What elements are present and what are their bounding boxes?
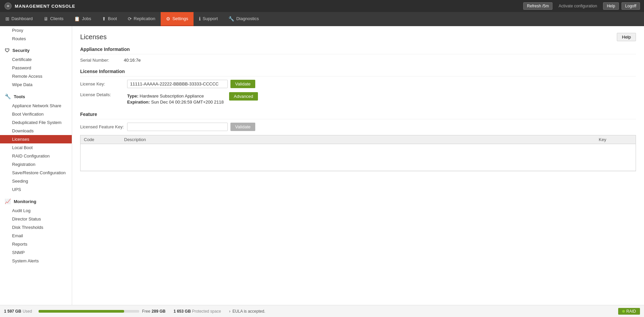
feature-table-body <box>80 144 636 171</box>
advanced-button[interactable]: Advanced <box>229 92 258 101</box>
nav-settings[interactable]: ⚙ Settings <box>161 12 194 26</box>
sidebar-item-snmp[interactable]: SNMP <box>0 248 72 257</box>
license-key-input[interactable] <box>127 80 228 88</box>
validate-license-button[interactable]: Validate <box>230 80 255 88</box>
sidebar-item-reports[interactable]: Reports <box>0 240 72 248</box>
settings-icon: ⚙ <box>166 16 170 21</box>
sidebar-item-disk-thresholds[interactable]: Disk Thresholds <box>0 223 72 232</box>
licensed-feature-key-input[interactable] <box>127 123 228 131</box>
sidebar-item-system-alerts[interactable]: System Alerts <box>0 257 72 265</box>
license-type-value: Hardware Subscription Appliance <box>140 93 204 99</box>
nav-replication-label: Replication <box>134 16 155 21</box>
nav-dashboard[interactable]: ⊞ Dashboard <box>0 12 38 26</box>
sidebar-item-proxy[interactable]: Proxy <box>0 26 72 35</box>
content-area: Licenses Help Appliance Information Seri… <box>72 26 644 305</box>
license-expiration-value: Sun Dec 04 00:26:59 GMT+200 2118 <box>151 100 224 105</box>
sidebar-item-certificate[interactable]: Certificate <box>0 55 72 64</box>
nav-support[interactable]: ℹ Support <box>194 12 223 26</box>
expiration-bold-label: Expiration: <box>127 100 150 105</box>
logo: MANAGEMENT CONSOLE <box>4 2 75 10</box>
license-details-content: Type: Hardware Subscription Appliance Ex… <box>127 92 636 106</box>
sidebar-item-director-status[interactable]: Director Status <box>0 215 72 223</box>
page-help-button[interactable]: Help <box>617 33 636 41</box>
sidebar-item-wipe-data[interactable]: Wipe Data <box>0 80 72 89</box>
nav-replication[interactable]: ⟳ Replication <box>122 12 161 26</box>
licensed-feature-key-label: Licensed Feature Key: <box>80 124 127 129</box>
sidebar-item-raid-configuration[interactable]: RAID Configuration <box>0 152 72 160</box>
sidebar-item-licenses[interactable]: Licenses <box>0 135 72 143</box>
sidebar-item-save-restore-configuration[interactable]: Save/Restore Configuration <box>0 169 72 177</box>
sidebar: Proxy Routes 🛡 Security Certificate Pass… <box>0 26 72 305</box>
diagnostics-icon: 🔧 <box>228 16 234 21</box>
feature-table: Code Description Key <box>80 135 636 171</box>
nav-boot[interactable]: ⬆ Boot <box>97 12 122 26</box>
col-key: Key <box>595 135 636 144</box>
storage-progress-bar <box>39 310 139 313</box>
activate-button[interactable]: Activate configuration <box>555 3 600 9</box>
nav-settings-label: Settings <box>172 16 188 21</box>
tools-icon: 🔧 <box>5 93 11 100</box>
statusbar: 1 597 GB Used Free 289 GB 1 653 GB Prote… <box>0 305 644 317</box>
page-header: Licenses Help <box>80 33 636 41</box>
serial-number-row: Serial Number: 40:16:7e <box>80 58 636 63</box>
sidebar-item-downloads[interactable]: Downloads <box>0 127 72 135</box>
raid-badge[interactable]: RAID <box>618 308 640 315</box>
statusbar-used-value: 1 597 GB <box>4 309 21 314</box>
sidebar-item-remote-access[interactable]: Remote Access <box>0 72 72 80</box>
feature-table-wrapper: Code Description Key <box>80 135 636 171</box>
sidebar-item-appliance-network-share[interactable]: Appliance Network Share <box>0 102 72 110</box>
appliance-info-title: Appliance Information <box>80 47 636 54</box>
license-info-title: License Information <box>80 69 636 76</box>
support-icon: ℹ <box>199 16 201 21</box>
sidebar-item-local-boot[interactable]: Local Boot <box>0 143 72 152</box>
replication-icon: ⟳ <box>128 16 132 21</box>
sidebar-section-security: 🛡 Security <box>0 44 72 55</box>
topbar-actions: Refresh /5m Activate configuration Help … <box>523 2 640 10</box>
sidebar-item-password[interactable]: Password <box>0 64 72 72</box>
sidebar-item-audit-log[interactable]: Audit Log <box>0 206 72 215</box>
dashboard-icon: ⊞ <box>5 16 9 21</box>
serial-number-value: 40:16:7e <box>124 58 141 63</box>
nav-jobs[interactable]: 📋 Jobs <box>69 12 96 26</box>
monitoring-icon: 📈 <box>5 198 11 204</box>
statusbar-protected-value: 1 653 GB <box>173 309 191 314</box>
progress-bar-fill <box>39 310 124 313</box>
sidebar-item-registration[interactable]: Registration <box>0 160 72 169</box>
raid-status-dot <box>622 310 625 313</box>
license-key-field-row: Validate <box>127 80 636 88</box>
license-detail-block: Type: Hardware Subscription Appliance Ex… <box>127 93 224 106</box>
raid-label: RAID <box>626 309 636 314</box>
statusbar-eula-label: EULA is accepted. <box>232 309 265 314</box>
license-expiration-line: Expiration: Sun Dec 04 00:26:59 GMT+200 … <box>127 100 224 105</box>
nav-boot-label: Boot <box>108 16 117 21</box>
refresh-button[interactable]: Refresh /5m <box>523 2 552 10</box>
nav-diagnostics[interactable]: 🔧 Diagnostics <box>223 12 264 26</box>
sidebar-section-security-label: Security <box>12 48 30 53</box>
validate-feature-button: Validate <box>230 123 255 131</box>
statusbar-eula: › EULA is accepted. <box>229 309 265 314</box>
sidebar-item-seeding[interactable]: Seeding <box>0 177 72 185</box>
jobs-icon: 📋 <box>74 16 80 21</box>
sidebar-section-tools: 🔧 Tools <box>0 90 72 102</box>
feature-key-row: Licensed Feature Key: Validate <box>80 123 636 131</box>
statusbar-free-value: 289 GB <box>152 309 165 314</box>
sidebar-item-routes[interactable]: Routes <box>0 35 72 43</box>
serial-number-label: Serial Number: <box>80 58 124 63</box>
statusbar-free-label: Free <box>142 309 150 314</box>
sidebar-section-monitoring-label: Monitoring <box>14 199 36 204</box>
clients-icon: 🖥 <box>44 16 48 21</box>
sidebar-section-monitoring: 📈 Monitoring <box>0 195 72 206</box>
sidebar-item-email[interactable]: Email <box>0 232 72 240</box>
app-title: MANAGEMENT CONSOLE <box>15 4 75 9</box>
nav-clients-label: Clients <box>50 16 64 21</box>
page-title: Licenses <box>80 33 107 41</box>
sidebar-item-ups[interactable]: UPS <box>0 185 72 194</box>
eula-arrow-icon: › <box>229 309 230 314</box>
boot-icon: ⬆ <box>102 16 106 21</box>
logoff-button[interactable]: Logoff <box>622 2 640 10</box>
logo-icon <box>4 2 12 10</box>
help-button[interactable]: Help <box>603 2 619 10</box>
sidebar-item-boot-verification[interactable]: Boot Verification <box>0 110 72 118</box>
sidebar-item-deduplicated-file-system[interactable]: Deduplicated File System <box>0 118 72 127</box>
nav-clients[interactable]: 🖥 Clients <box>38 12 69 26</box>
